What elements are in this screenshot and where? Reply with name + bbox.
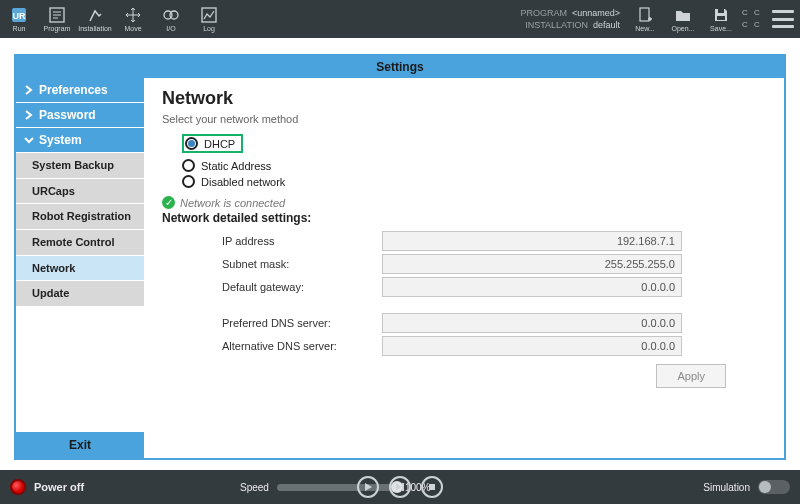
panel-title: Settings	[16, 56, 784, 78]
field-subnet: Subnet mask:	[222, 254, 766, 274]
main-area: Settings Preferences Password System Sys…	[0, 38, 800, 470]
radio-icon	[182, 159, 195, 172]
input-ip[interactable]	[382, 231, 682, 251]
svg-rect-7	[718, 9, 724, 13]
step-button[interactable]	[389, 476, 411, 498]
nav-move[interactable]: Move	[114, 0, 152, 38]
play-controls	[357, 476, 443, 498]
sidebar-item-preferences[interactable]: Preferences	[16, 78, 144, 103]
svg-rect-9	[402, 483, 404, 491]
sidebar-sub-robot-registration[interactable]: Robot Registration	[16, 204, 144, 230]
svg-rect-5	[202, 8, 216, 22]
open-icon	[674, 6, 692, 24]
topbar: UR Run Program Installation Move I/O Log…	[0, 0, 800, 38]
svg-point-4	[170, 11, 178, 19]
radio-icon	[182, 175, 195, 188]
sidebar-item-password[interactable]: Password	[16, 103, 144, 128]
nav-io[interactable]: I/O	[152, 0, 190, 38]
logo-ur: UR Run	[0, 0, 38, 38]
log-icon	[200, 6, 218, 24]
radio-label: DHCP	[204, 138, 235, 150]
play-button[interactable]	[357, 476, 379, 498]
file-new[interactable]: New...	[626, 0, 664, 38]
stop-button[interactable]	[421, 476, 443, 498]
sidebar-sub-urcaps[interactable]: URCaps	[16, 179, 144, 205]
apply-button[interactable]: Apply	[656, 364, 726, 388]
nav-installation[interactable]: Installation	[76, 0, 114, 38]
input-subnet[interactable]	[382, 254, 682, 274]
nav-program[interactable]: Program	[38, 0, 76, 38]
radio-dhcp[interactable]: DHCP	[182, 134, 243, 153]
settings-sidebar: Preferences Password System System Backu…	[16, 78, 144, 458]
simulation-label: Simulation	[703, 482, 750, 493]
nav-log[interactable]: Log	[190, 0, 228, 38]
radio-label: Static Address	[201, 160, 271, 172]
radio-disabled[interactable]: Disabled network	[182, 175, 766, 188]
field-dns1: Preferred DNS server:	[222, 313, 766, 333]
sidebar-sub-network[interactable]: Network	[16, 256, 144, 282]
network-status: ✓ Network is connected	[162, 196, 766, 209]
simulation-toggle-wrap: Simulation	[703, 480, 790, 494]
bottombar: Power off Speed 100% Simulation	[0, 470, 800, 504]
file-save[interactable]: Save...	[702, 0, 740, 38]
svg-text:UR: UR	[13, 11, 26, 21]
sidebar-sub-remote-control[interactable]: Remote Control	[16, 230, 144, 256]
new-icon	[636, 6, 654, 24]
settings-content: Network Select your network method DHCP …	[144, 78, 784, 458]
svg-rect-6	[640, 8, 649, 21]
speed-label: Speed	[240, 482, 269, 493]
cc-grid-icon[interactable]: CCCC	[740, 8, 762, 30]
sidebar-sub-backup[interactable]: System Backup	[16, 153, 144, 179]
chevron-right-icon	[24, 110, 34, 120]
program-icon	[48, 6, 66, 24]
move-icon	[124, 6, 142, 24]
check-icon: ✓	[162, 196, 175, 209]
chevron-down-icon	[24, 135, 34, 145]
chevron-right-icon	[24, 85, 34, 95]
hamburger-menu-icon[interactable]	[772, 10, 794, 28]
svg-rect-10	[429, 484, 435, 490]
save-icon	[712, 6, 730, 24]
file-open[interactable]: Open...	[664, 0, 702, 38]
page-subtext: Select your network method	[162, 113, 766, 125]
field-gateway: Default gateway:	[222, 277, 766, 297]
radio-static[interactable]: Static Address	[182, 159, 766, 172]
detailed-heading: Network detailed settings:	[162, 211, 766, 225]
power-label: Power off	[34, 481, 84, 493]
svg-rect-8	[717, 16, 725, 20]
input-dns1[interactable]	[382, 313, 682, 333]
program-info: PROGRAM <unnamed> INSTALLATION default	[520, 7, 620, 31]
sidebar-item-system[interactable]: System	[16, 128, 144, 153]
field-dns2: Alternative DNS server:	[222, 336, 766, 356]
field-ip: IP address	[222, 231, 766, 251]
input-dns2[interactable]	[382, 336, 682, 356]
radio-icon	[185, 137, 198, 150]
simulation-toggle[interactable]	[758, 480, 790, 494]
sidebar-exit[interactable]: Exit	[16, 432, 144, 458]
page-title: Network	[162, 88, 766, 109]
installation-icon	[86, 6, 104, 24]
input-gateway[interactable]	[382, 277, 682, 297]
settings-panel: Settings Preferences Password System Sys…	[14, 54, 786, 460]
record-icon[interactable]	[10, 479, 26, 495]
io-icon	[162, 6, 180, 24]
radio-label: Disabled network	[201, 176, 285, 188]
sidebar-sub-update[interactable]: Update	[16, 281, 144, 307]
